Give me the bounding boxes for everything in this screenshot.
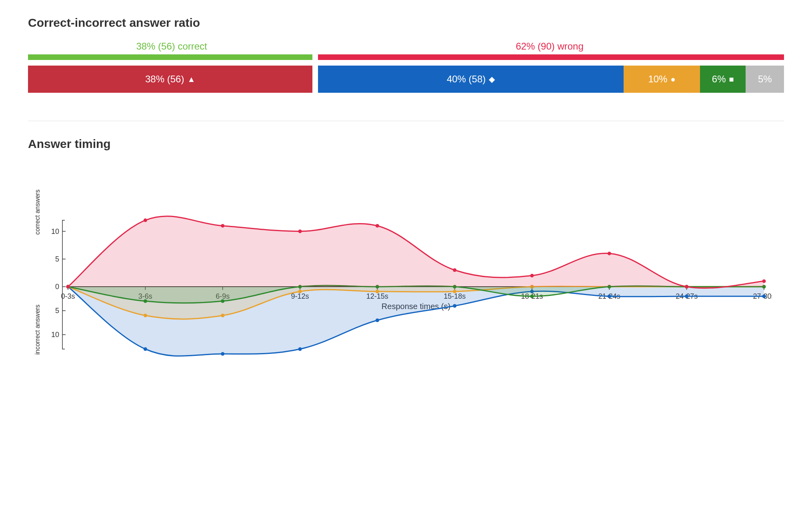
breakdown-seg-label: 10% [648,74,667,85]
svg-point-47 [453,290,456,293]
breakdown-left: 38% (56)▲ [28,66,312,93]
svg-text:5: 5 [55,255,59,263]
breakdown-seg-blue: 40% (58)◆ [318,66,624,93]
breakdown-seg-symbol: ■ [729,75,734,84]
breakdown-seg-grey: 5% [746,66,784,93]
svg-point-34 [221,352,224,356]
svg-text:10: 10 [51,331,59,339]
wrong-label: 62% (90) wrong [315,41,784,52]
svg-point-63 [144,218,147,222]
breakdown-seg-green: 6%■ [700,66,746,93]
svg-point-41 [762,295,766,298]
svg-point-69 [608,252,611,255]
ratio-thin-correct [28,54,312,60]
svg-point-43 [144,314,147,317]
timing-chart: correct answers incorrect answers 051051… [44,203,784,371]
breakdown-seg-symbol: ▲ [187,75,195,84]
breakdown-seg-orange: 10%● [624,66,700,93]
svg-text:5: 5 [55,307,59,315]
svg-point-36 [376,319,379,322]
ratio-thin-wrong [318,54,784,60]
svg-point-66 [376,224,379,228]
svg-point-58 [530,295,534,298]
svg-point-45 [298,290,302,293]
svg-text:10: 10 [51,228,59,236]
ratio-thin-bar [28,54,784,60]
svg-point-33 [144,347,147,351]
svg-point-67 [453,268,456,272]
svg-point-46 [376,290,379,293]
y-axis-top-label: correct answers [34,190,41,235]
breakdown-seg-label: 5% [758,74,772,85]
section-divider [28,121,784,121]
breakdown-seg-label: 40% (58) [447,74,486,85]
svg-point-35 [298,347,302,351]
svg-point-70 [685,285,688,289]
svg-point-68 [530,274,534,277]
breakdown-seg-symbol: ◆ [489,74,495,84]
svg-point-62 [66,285,70,289]
svg-point-37 [453,304,456,308]
svg-point-54 [221,299,224,303]
svg-point-65 [298,230,302,233]
breakdown-seg-label: 6% [712,74,726,85]
svg-point-40 [685,295,688,298]
ratio-title: Correct-incorrect answer ratio [28,16,784,30]
correct-label: 38% (56) correct [28,41,315,52]
breakdown-seg-label: 38% (56) [145,74,184,85]
svg-point-44 [221,314,224,317]
timing-svg: 05105100-3s3-6s6-9s9-12s12-15s15-18s18-2… [44,203,772,371]
breakdown-seg-red: 38% (56)▲ [28,66,312,93]
breakdown-seg-symbol: ● [670,75,675,84]
svg-text:0: 0 [55,283,59,291]
svg-text:0-3s: 0-3s [61,292,75,300]
svg-point-53 [144,299,147,303]
breakdown-bar: 38% (56)▲ 40% (58)◆10%●6%■5% [28,66,784,93]
timing-title: Answer timing [28,137,784,151]
svg-point-39 [608,295,611,298]
svg-point-71 [762,279,766,283]
svg-point-64 [221,224,224,228]
y-axis-bottom-label: incorrect answers [34,305,41,355]
breakdown-right: 40% (58)◆10%●6%■5% [318,66,784,93]
ratio-labels-row: 38% (56) correct 62% (90) wrong [28,41,784,52]
